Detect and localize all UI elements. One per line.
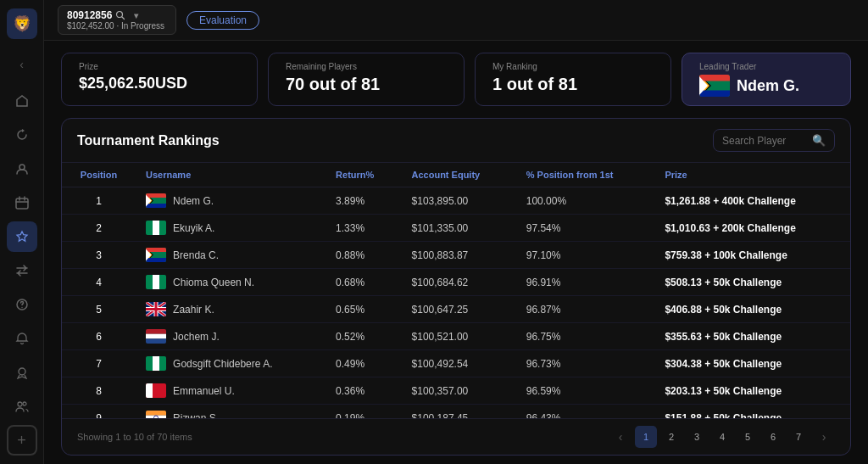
sidebar-item-help[interactable]	[7, 289, 37, 320]
cell-username: Rizwan S.	[136, 405, 326, 419]
account-selector[interactable]: 80912856 ▾ $102,452.00 · In Progress	[58, 5, 176, 35]
page-2-button[interactable]: 2	[660, 426, 682, 448]
table-row: 4 Chioma Queen N. 0.68% $100,684.62 96.9…	[62, 269, 850, 296]
cell-equity: $103,895.00	[402, 187, 516, 215]
cell-prize: $1,261.88 + 400k Challenge	[654, 187, 850, 215]
page-1-button[interactable]: 1	[635, 426, 657, 448]
sidebar-item-home[interactable]	[7, 86, 37, 116]
cell-username: Godsgift Chidebere A.	[136, 350, 326, 377]
cell-equity: $100,521.00	[402, 323, 516, 350]
sidebar: 🦁 ‹ +	[0, 0, 44, 464]
table-row: 7 Godsgift Chidebere A. 0.49% $100,492.5…	[62, 350, 850, 377]
page-5-button[interactable]: 5	[737, 426, 759, 448]
sidebar-collapse-button[interactable]: ‹	[7, 49, 37, 79]
cell-username: Zaahir K.	[136, 296, 326, 323]
svg-rect-35	[146, 329, 166, 334]
svg-point-8	[23, 402, 26, 405]
sidebar-item-profile[interactable]	[7, 154, 37, 184]
page-6-button[interactable]: 6	[762, 426, 784, 448]
player-flag	[146, 193, 166, 208]
sidebar-nav	[7, 86, 37, 422]
svg-point-7	[18, 402, 22, 406]
cell-pct: 96.59%	[516, 377, 655, 405]
remaining-label: Remaining Players	[286, 62, 447, 71]
sidebar-item-transfer[interactable]	[7, 255, 37, 286]
page-3-button[interactable]: 3	[686, 426, 708, 448]
prev-page-button[interactable]: ‹	[609, 426, 632, 448]
rankings-table-wrap: Position Username Return% Account Equity…	[62, 163, 850, 418]
rankings-table: Position Username Return% Account Equity…	[62, 163, 850, 418]
cell-prize: $355.63 + 50k Challenge	[654, 323, 850, 350]
page-4-button[interactable]: 4	[711, 426, 733, 448]
prize-card: Prize $25,062.50USD	[61, 53, 258, 106]
add-button[interactable]: +	[7, 425, 37, 456]
player-flag	[146, 221, 166, 235]
ranking-value: 1 out of 81	[492, 75, 654, 94]
remaining-card: Remaining Players 70 out of 81	[268, 53, 465, 106]
cell-username: Ndem G.	[136, 187, 326, 215]
table-row: 1 Ndem G. 3.89% $103,895.00 100.00% $1,2…	[62, 187, 850, 215]
cell-pct: 96.87%	[516, 296, 655, 323]
cell-return: 0.49%	[326, 350, 401, 377]
sidebar-item-badge[interactable]	[7, 357, 37, 388]
leading-label: Leading Trader	[699, 62, 799, 71]
cell-return: 0.65%	[326, 296, 401, 323]
search-icon: 🔍	[812, 134, 826, 147]
svg-rect-40	[159, 356, 166, 371]
svg-text:🦁: 🦁	[13, 14, 32, 33]
cell-pct: 100.00%	[516, 187, 655, 215]
table-row: 5 Zaahir K. 0.65% $100,647.25 96.87% $40…	[62, 296, 850, 323]
table-row: 2 Ekuyik A. 1.33% $101,335.00 97.54% $1,…	[62, 215, 850, 242]
svg-rect-44	[146, 411, 166, 416]
sidebar-item-calendar[interactable]	[7, 187, 37, 218]
player-name: Godsgift Chidebere A.	[173, 358, 272, 370]
search-box[interactable]: 🔍	[713, 129, 835, 152]
cell-pct: 96.43%	[516, 405, 655, 419]
key-icon	[115, 10, 125, 20]
app-header: 80912856 ▾ $102,452.00 · In Progress Eva…	[44, 0, 868, 41]
player-name: Ndem G.	[173, 195, 214, 207]
col-prize: Prize	[654, 163, 850, 187]
svg-rect-39	[153, 356, 159, 371]
next-page-button[interactable]: ›	[813, 426, 835, 448]
player-flag	[146, 356, 166, 371]
cell-equity: $100,357.00	[402, 377, 516, 405]
leading-trader-flag	[699, 75, 730, 97]
table-header-row: Position Username Return% Account Equity…	[62, 163, 850, 187]
col-pct: % Position from 1st	[516, 163, 655, 187]
svg-rect-19	[146, 193, 166, 198]
cell-return: 3.89%	[326, 187, 401, 215]
cell-prize: $304.38 + 50k Challenge	[654, 350, 850, 377]
cell-equity: $100,187.45	[402, 405, 516, 419]
app-logo[interactable]: 🦁	[7, 8, 37, 39]
table-row: 3 Brenda C. 0.88% $100,883.87 97.10% $75…	[62, 242, 850, 269]
svg-rect-38	[146, 356, 153, 371]
cell-username: Emmanuel U.	[136, 377, 326, 405]
tournament-container: Tournament Rankings 🔍 Position Username …	[61, 118, 851, 456]
player-name: Jochem J.	[173, 331, 220, 343]
cell-username: Chioma Queen N.	[136, 269, 326, 296]
prize-label: Prize	[79, 62, 240, 71]
page-7-button[interactable]: 7	[787, 426, 810, 448]
sidebar-item-users[interactable]	[7, 391, 37, 422]
table-row: 8 Emmanuel U. 0.36% $100,357.00 96.59% $…	[62, 377, 850, 405]
leading-trader-card: Leading Trader Ndem G.	[682, 53, 851, 106]
sidebar-item-refresh[interactable]	[7, 120, 37, 150]
search-input[interactable]	[722, 135, 807, 147]
evaluation-badge[interactable]: Evaluation	[186, 11, 259, 30]
cell-return: 1.33%	[326, 215, 401, 242]
stats-row: Prize $25,062.50USD Remaining Players 70…	[44, 41, 868, 118]
cell-pct: 96.91%	[516, 269, 655, 296]
cell-prize: $759.38 + 100k Challenge	[654, 242, 850, 269]
cell-position: 7	[62, 350, 136, 377]
account-id: 80912856 ▾	[67, 9, 167, 21]
cell-return: 0.88%	[326, 242, 401, 269]
sidebar-item-tournament[interactable]	[7, 221, 37, 252]
cell-pct: 96.73%	[516, 350, 655, 377]
cell-position: 6	[62, 323, 136, 350]
tournament-title: Tournament Rankings	[77, 133, 220, 148]
col-username: Username	[136, 163, 326, 187]
cell-equity: $100,647.25	[402, 296, 516, 323]
sidebar-item-alerts[interactable]	[7, 323, 37, 354]
cell-equity: $100,492.54	[402, 350, 516, 377]
